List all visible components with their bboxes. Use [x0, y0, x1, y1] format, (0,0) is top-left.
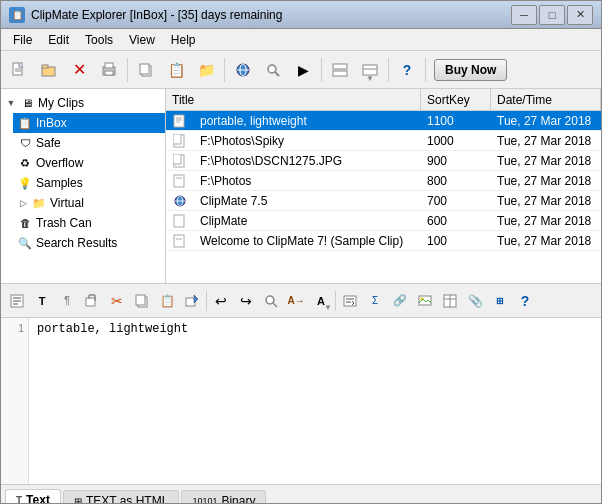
etb-font[interactable]: A ▼	[309, 289, 333, 313]
safe-icon: 🛡	[17, 135, 33, 151]
toolbar-sep5	[425, 58, 426, 82]
etb-cut[interactable]: ✂	[105, 289, 129, 313]
tab-binary-label: Binary	[221, 494, 255, 504]
etb-paste[interactable]: 📋	[155, 289, 179, 313]
line-number: 1	[1, 322, 24, 334]
view-button[interactable]	[326, 56, 354, 84]
tab-text-as-html[interactable]: ⊞ TEXT as HTML	[63, 490, 179, 504]
etb-format2[interactable]: Σ	[363, 289, 387, 313]
line-numbers: 1	[1, 318, 29, 484]
row-icon	[166, 174, 194, 188]
tab-binary[interactable]: 10101 Binary	[181, 490, 266, 504]
menu-view[interactable]: View	[121, 31, 163, 49]
samples-icon: 💡	[17, 175, 33, 191]
maximize-button[interactable]: □	[539, 5, 565, 25]
search-button[interactable]	[259, 56, 287, 84]
menu-edit[interactable]: Edit	[40, 31, 77, 49]
etb-html-view[interactable]: ⊞	[488, 289, 512, 313]
editor-area: 1	[1, 318, 601, 484]
cell-datetime: Tue, 27 Mar 2018	[491, 133, 601, 149]
list-row[interactable]: portable, lightweight 1100 Tue, 27 Mar 2…	[166, 111, 601, 131]
col-header-title[interactable]: Title	[166, 89, 421, 110]
editor-textarea[interactable]	[29, 318, 601, 484]
menu-file[interactable]: File	[5, 31, 40, 49]
trash-label: Trash Can	[36, 216, 92, 230]
tab-text-icon: T	[16, 495, 22, 505]
col-header-datetime[interactable]: Date/Time	[491, 89, 601, 110]
cell-datetime: Tue, 27 Mar 2018	[491, 153, 601, 169]
cell-datetime: Tue, 27 Mar 2018	[491, 193, 601, 209]
copy-button[interactable]	[132, 56, 160, 84]
new-button[interactable]	[5, 56, 33, 84]
list-row[interactable]: F:\Photos\DSCN1275.JPG 900 Tue, 27 Mar 2…	[166, 151, 601, 171]
etb-btn3[interactable]: ¶	[55, 289, 79, 313]
svg-rect-15	[333, 64, 347, 69]
svg-rect-26	[173, 154, 181, 164]
virtual-label: Virtual	[50, 196, 84, 210]
etb-copy[interactable]	[130, 289, 154, 313]
etb-btn4[interactable]	[80, 289, 104, 313]
menu-tools[interactable]: Tools	[77, 31, 121, 49]
etb-replace[interactable]: A→	[284, 289, 308, 313]
view-tabs: T Text ⊞ TEXT as HTML 10101 Binary	[1, 484, 601, 504]
tree-root[interactable]: ▼ 🖥 My Clips	[1, 93, 165, 113]
row-icon	[166, 214, 194, 228]
paste-button[interactable]: 📋	[162, 56, 190, 84]
list-row[interactable]: F:\Photos 800 Tue, 27 Mar 2018	[166, 171, 601, 191]
open-button[interactable]	[35, 56, 63, 84]
svg-marker-46	[194, 295, 198, 303]
etb-wrap[interactable]	[338, 289, 362, 313]
tree-item-search-results[interactable]: 🔍 Search Results	[13, 233, 165, 253]
list-row[interactable]: F:\Photos\Spiky 1000 Tue, 27 Mar 2018	[166, 131, 601, 151]
tree-item-virtual[interactable]: ▷ 📁 Virtual	[13, 193, 165, 213]
list-row[interactable]: ClipMate 7.5 700 Tue, 27 Mar 2018	[166, 191, 601, 211]
etb-link[interactable]: 🔗	[388, 289, 412, 313]
menu-help[interactable]: Help	[163, 31, 204, 49]
app-icon: 📋	[9, 7, 25, 23]
etb-help2[interactable]: ?	[513, 289, 537, 313]
etb-table[interactable]	[438, 289, 462, 313]
minimize-button[interactable]: ─	[511, 5, 537, 25]
tree-item-inbox[interactable]: 📋 InBox	[13, 113, 165, 133]
forward-button[interactable]: ▶	[289, 56, 317, 84]
samples-label: Samples	[36, 176, 83, 190]
svg-rect-45	[186, 298, 195, 306]
tree-item-overflow[interactable]: ♻ Overflow	[13, 153, 165, 173]
etb-redo[interactable]: ↪	[234, 289, 258, 313]
svg-rect-7	[105, 63, 113, 68]
list-row[interactable]: Welcome to ClipMate 7! (Sample Clip) 100…	[166, 231, 601, 251]
print-button[interactable]	[95, 56, 123, 84]
tab-text[interactable]: T Text	[5, 489, 61, 504]
list-row[interactable]: ClipMate 600 Tue, 27 Mar 2018	[166, 211, 601, 231]
etb-export[interactable]	[180, 289, 204, 313]
web-button[interactable]	[229, 56, 257, 84]
expand-icon: ▼	[5, 97, 17, 109]
svg-point-13	[268, 65, 276, 73]
etb-find[interactable]	[259, 289, 283, 313]
col-header-sortkey[interactable]: SortKey	[421, 89, 491, 110]
tree-item-trash[interactable]: 🗑 Trash Can	[13, 213, 165, 233]
buy-now-button[interactable]: Buy Now	[434, 59, 507, 81]
help-button[interactable]: ?	[393, 56, 421, 84]
etb-btn2[interactable]: T	[30, 289, 54, 313]
svg-rect-16	[333, 71, 347, 76]
main-content: ▼ 🖥 My Clips 📋 InBox 🛡 Safe ♻ Overflow 💡…	[1, 89, 601, 284]
etb-attachment[interactable]: 📎	[463, 289, 487, 313]
cell-datetime: Tue, 27 Mar 2018	[491, 233, 601, 249]
view2-button[interactable]: ▼	[356, 56, 384, 84]
etb-btn1[interactable]	[5, 289, 29, 313]
tree-item-safe[interactable]: 🛡 Safe	[13, 133, 165, 153]
svg-rect-9	[140, 64, 149, 74]
tree-item-samples[interactable]: 💡 Samples	[13, 173, 165, 193]
cell-sortkey: 800	[421, 173, 491, 189]
my-clips-icon: 🖥	[19, 95, 35, 111]
row-icon	[166, 134, 194, 148]
etb-image[interactable]	[413, 289, 437, 313]
move-button[interactable]: 📁	[192, 56, 220, 84]
main-toolbar: ✕ 📋 📁 ▶ ▼ ? Buy Now	[1, 51, 601, 89]
svg-rect-32	[174, 215, 184, 227]
etb-undo[interactable]: ↩	[209, 289, 233, 313]
delete-button[interactable]: ✕	[65, 56, 93, 84]
row-icon	[166, 194, 194, 208]
close-button[interactable]: ✕	[567, 5, 593, 25]
